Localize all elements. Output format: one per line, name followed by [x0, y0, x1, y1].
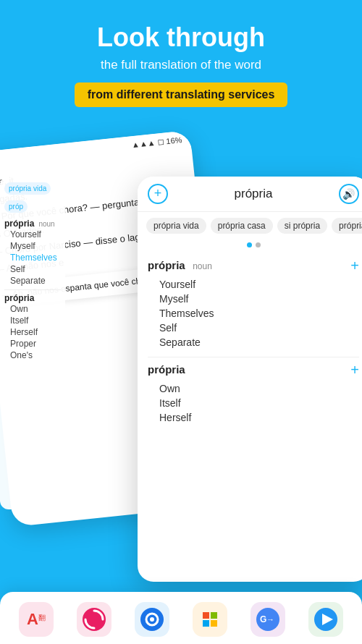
translator-google[interactable]: G → — [251, 602, 285, 637]
dot-1 — [256, 242, 261, 247]
translator-abbyy[interactable]: A 翻 — [19, 602, 54, 637]
sidebar-pos-1: noun — [38, 220, 54, 228]
svg-rect-5 — [211, 612, 217, 619]
sidebar-entry-2: própria — [4, 293, 34, 303]
svg-rect-7 — [211, 620, 217, 627]
translator-deepl[interactable] — [135, 602, 169, 637]
entry-item-herself: Herself — [159, 410, 359, 425]
entry-header-1: própria noun + — [148, 258, 359, 274]
translator-microsoft[interactable] — [193, 602, 227, 637]
sidebar-s2-i5: One's — [4, 349, 61, 361]
sidebar-s1-i2: Myself — [4, 240, 61, 252]
entry-item-own: Own — [159, 381, 359, 396]
svg-rect-6 — [203, 620, 209, 627]
entry-pos-1: noun — [193, 261, 212, 271]
smartcat-icon — [313, 606, 339, 632]
google-translate-icon: G → — [255, 606, 281, 632]
entry-divider — [148, 357, 359, 357]
highlight-bar: from different translating services — [75, 82, 288, 107]
sidebar-s1-i4: Self — [4, 263, 61, 275]
tag-0[interactable]: própria vida — [146, 218, 206, 234]
entry-item-themselves: Themselves — [159, 306, 359, 321]
dict-content: própria noun + Yourself Myself Themselve… — [138, 252, 362, 438]
top-section: Look through the full translation of the… — [0, 0, 362, 133]
entry-item-self: Self — [159, 321, 359, 335]
dict-word: própria — [235, 187, 273, 201]
entry-header-2: própria + — [148, 362, 359, 378]
svg-rect-4 — [203, 612, 209, 619]
tag-3[interactable]: própria c — [332, 218, 362, 234]
svg-point-3 — [150, 617, 154, 622]
sidebar-s2-i1: Own — [4, 303, 61, 315]
dots-indicator — [138, 240, 362, 252]
sub-title: the full translation of the word — [14, 58, 348, 72]
entry-plus-1[interactable]: + — [350, 258, 359, 274]
sidebar-tag-2: próp — [4, 200, 28, 213]
sidebar-s1-i5: Separate — [4, 275, 61, 287]
sidebar-s1-i1: Yourself — [4, 229, 61, 240]
sidebar-s2-i2: Itself — [4, 315, 61, 326]
translator-smartcat[interactable] — [308, 602, 343, 637]
dot-0 — [247, 242, 252, 247]
entry-item-separate: Separate — [159, 335, 359, 349]
reverso-icon — [81, 606, 107, 632]
entry-word-1: própria — [148, 259, 185, 271]
entry-list-2: Own Itself Herself — [159, 381, 359, 425]
left-sidebar: própria vida próp própria noun Yourself … — [0, 177, 65, 509]
translator-reverso[interactable] — [77, 602, 111, 637]
tag-1[interactable]: própria casa — [211, 218, 273, 234]
entry-word-2: própria — [148, 363, 185, 376]
sidebar-s1-i3: Themselves — [4, 252, 61, 263]
svg-text:→: → — [266, 615, 274, 624]
front-phone: + própria 🔊 própria vida própria casa si… — [138, 177, 362, 582]
status-signal: ▲▲▲ ◻ 16% — [131, 135, 182, 150]
microsoft-icon — [197, 606, 223, 632]
translator-bar: A 翻 — [0, 592, 362, 644]
entry-item-myself: Myself — [159, 292, 359, 306]
tags-row: própria vida própria casa si própria pró… — [138, 212, 362, 240]
sidebar-s2-i3: Herself — [4, 326, 61, 338]
sidebar-tag-1: própria vida — [4, 182, 51, 195]
phone-area: 2:02 ▲▲▲ ◻ 16% roce, it calgadas. — Por … — [0, 133, 362, 567]
deepl-icon — [139, 606, 165, 632]
entry-list-1: Yourself Myself Themselves Self Separate — [159, 277, 359, 349]
dict-sound-button[interactable]: 🔊 — [339, 184, 359, 204]
svg-text:G: G — [260, 614, 266, 624]
dict-add-button[interactable]: + — [148, 184, 168, 204]
entry-item-itself: Itself — [159, 396, 359, 410]
tag-2[interactable]: si própria — [277, 218, 327, 234]
main-title: Look through — [14, 23, 348, 52]
sidebar-s2-i4: Proper — [4, 338, 61, 349]
dict-header: + própria 🔊 — [138, 177, 362, 212]
sidebar-entry-1: própria — [4, 219, 34, 229]
entry-plus-2[interactable]: + — [350, 362, 359, 378]
entry-item-yourself: Yourself — [159, 277, 359, 292]
